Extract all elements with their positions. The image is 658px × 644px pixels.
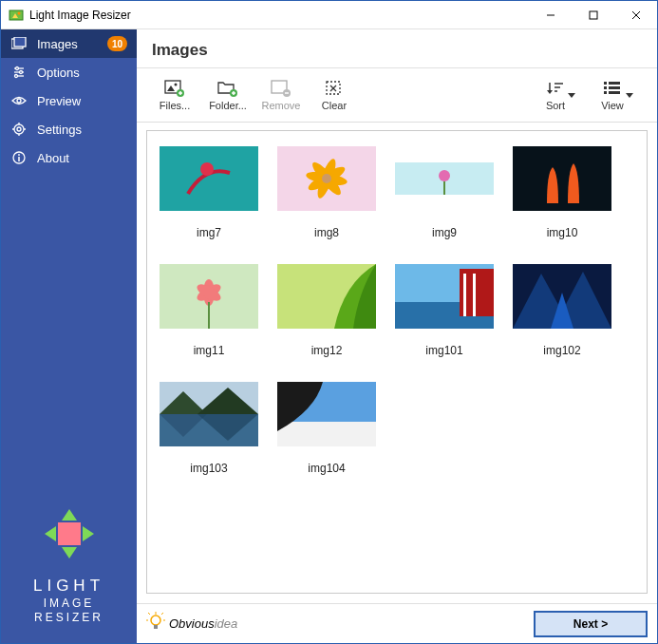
- thumbnail-label: img102: [543, 344, 580, 357]
- sidebar-item-label: Options: [37, 66, 80, 80]
- tool-label: Files...: [160, 100, 190, 111]
- svg-rect-52: [609, 82, 620, 85]
- svg-marker-57: [626, 93, 633, 98]
- svg-point-67: [439, 170, 450, 181]
- sidebar-item-options[interactable]: Options: [1, 58, 137, 86]
- brand-line2: IMAGE: [33, 597, 104, 612]
- thumbnail-image: [513, 146, 611, 211]
- footer-brand[interactable]: Obviousidea: [146, 612, 237, 635]
- sidebar-item-settings[interactable]: Settings: [1, 115, 137, 143]
- add-files-icon: [164, 79, 185, 98]
- svg-marker-46: [547, 90, 553, 94]
- svg-rect-56: [609, 91, 620, 94]
- sort-icon: [545, 79, 566, 98]
- thumbnail-item[interactable]: img9: [390, 146, 498, 255]
- thumbnail-label: img12: [311, 344, 343, 357]
- sidebar-brand: LIGHT IMAGE RESIZER: [1, 496, 137, 643]
- thumbnail-image: [395, 162, 494, 195]
- brand-logo-icon: [41, 505, 98, 562]
- tool-label: Sort: [546, 100, 565, 111]
- svg-rect-8: [14, 37, 26, 47]
- clear-icon: [324, 79, 345, 98]
- title-bar: Light Image Resizer: [1, 1, 657, 29]
- svg-point-12: [20, 71, 23, 74]
- lightbulb-icon: [146, 612, 165, 635]
- add-folder-button[interactable]: Folder...: [201, 74, 254, 116]
- window-controls: [529, 1, 657, 28]
- view-icon: [602, 79, 623, 98]
- thumbnail-image: [160, 382, 258, 446]
- thumbnail-label: img10: [547, 226, 578, 239]
- thumbnail-label: img9: [432, 226, 457, 239]
- tool-label: Remove: [262, 100, 301, 111]
- svg-rect-79: [463, 274, 466, 316]
- add-folder-icon: [217, 79, 238, 98]
- sort-button[interactable]: Sort: [532, 74, 589, 116]
- body: Images 10 Options Preview Settings About: [1, 29, 657, 643]
- svg-rect-80: [473, 274, 476, 316]
- page-title: Images: [137, 29, 657, 68]
- brand-text: LIGHT IMAGE RESIZER: [33, 576, 104, 626]
- svg-point-17: [17, 127, 21, 131]
- thumbnail-item[interactable]: img8: [273, 146, 381, 255]
- thumbnail-item[interactable]: img7: [155, 146, 263, 255]
- clear-button[interactable]: Clear: [308, 74, 361, 116]
- maximize-button[interactable]: [572, 1, 614, 28]
- sidebar-item-about[interactable]: About: [1, 143, 137, 172]
- sidebar-item-images[interactable]: Images 10: [1, 29, 137, 58]
- remove-button[interactable]: Remove: [254, 74, 308, 116]
- svg-marker-26: [62, 509, 77, 521]
- thumbnail-label: img8: [314, 226, 339, 239]
- svg-rect-58: [160, 146, 258, 211]
- thumbnail-item[interactable]: img104: [273, 382, 381, 490]
- thumbnail-item[interactable]: img10: [508, 146, 616, 255]
- minimize-button[interactable]: [529, 1, 572, 28]
- thumbnail-item[interactable]: img103: [155, 382, 263, 490]
- images-icon: [10, 37, 28, 50]
- add-files-button[interactable]: Files...: [148, 74, 201, 116]
- svg-marker-50: [568, 93, 575, 98]
- eye-icon: [10, 95, 28, 106]
- main-content: Images Files... Folder... Remove Clear: [137, 29, 657, 643]
- close-button[interactable]: [614, 1, 657, 28]
- chevron-down-icon: [568, 89, 575, 101]
- footer: Obviousidea Next >: [137, 603, 657, 643]
- sidebar-item-preview[interactable]: Preview: [1, 86, 137, 115]
- app-window: Light Image Resizer Images 10 Options Pr…: [0, 0, 658, 644]
- tool-label: Folder...: [209, 100, 247, 111]
- next-button[interactable]: Next >: [534, 611, 648, 637]
- svg-rect-54: [609, 86, 620, 89]
- thumbnail-item[interactable]: img101: [390, 264, 498, 372]
- footer-brand-b: idea: [215, 616, 238, 631]
- sidebar-item-label: Preview: [37, 94, 81, 108]
- svg-rect-96: [154, 625, 158, 629]
- view-button[interactable]: View: [589, 74, 646, 116]
- remove-icon: [271, 79, 291, 98]
- svg-rect-89: [277, 422, 376, 446]
- svg-rect-69: [513, 146, 611, 211]
- thumbnail-item[interactable]: img11: [155, 264, 263, 372]
- thumbnail-label: img104: [308, 462, 345, 475]
- thumbnail-label: img7: [197, 226, 221, 239]
- svg-rect-55: [604, 91, 607, 94]
- svg-rect-4: [590, 11, 597, 19]
- thumbnail-image: [160, 264, 258, 329]
- window-title: Light Image Resizer: [29, 9, 529, 22]
- info-icon: [10, 151, 28, 164]
- thumbnail-item[interactable]: img102: [508, 264, 616, 372]
- sidebar-item-label: About: [37, 151, 69, 165]
- chevron-down-icon: [626, 89, 633, 101]
- svg-point-59: [200, 162, 214, 176]
- thumbnail-label: img101: [425, 344, 462, 357]
- app-icon: [9, 8, 24, 23]
- gallery: img7 img8 img9 img10: [137, 123, 657, 603]
- svg-point-10: [16, 67, 19, 70]
- thumbnail-image: [277, 382, 376, 446]
- thumbnail-grid: img7 img8 img9 img10: [155, 146, 639, 490]
- brand-line1: LIGHT: [33, 576, 104, 597]
- svg-line-94: [148, 613, 150, 615]
- svg-point-2: [18, 11, 21, 14]
- thumbnail-item[interactable]: img12: [273, 264, 381, 372]
- thumbnail-label: img103: [190, 462, 227, 475]
- svg-point-15: [17, 99, 21, 103]
